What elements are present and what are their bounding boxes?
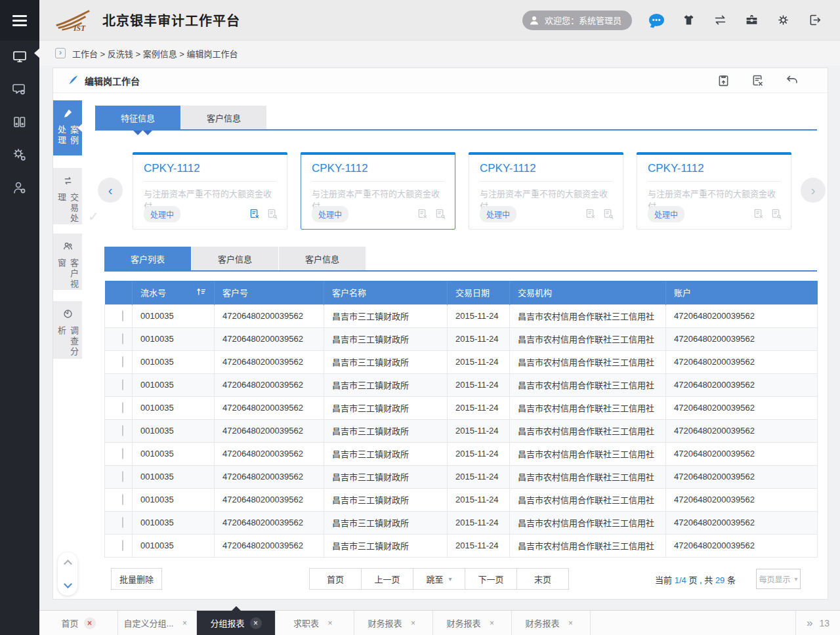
row-checkbox[interactable] (122, 471, 123, 482)
table-row[interactable]: 0010035 47206480200039562 昌吉市三工镇财政所 2015… (105, 373, 818, 396)
tab-customer-info-2[interactable]: 客户信息 (279, 247, 366, 270)
row-checkbox[interactable] (122, 517, 123, 528)
cell-trade-date: 2015-11-24 (448, 419, 510, 442)
row-checkbox[interactable] (122, 333, 123, 344)
sidebar-item-workbench[interactable] (0, 41, 39, 73)
check-icon: ✓ (88, 209, 99, 224)
breadcrumb-bar: › 工作台 > 反洗钱 > 案例信息 > 编辑岗工作台 (39, 41, 840, 66)
table-row[interactable]: 0010035 47206480200039562 昌吉市三工镇财政所 2015… (105, 350, 818, 373)
carousel-prev-button[interactable]: ‹ (98, 178, 123, 203)
close-icon[interactable]: × (408, 617, 419, 629)
active-nav-pointer (34, 48, 40, 58)
sidebar-item-archive[interactable] (0, 106, 39, 139)
cell-serial: 0010035 (133, 442, 215, 465)
doc-search-icon[interactable] (602, 208, 614, 221)
table-row[interactable]: 0010035 47206480200039562 昌吉市三工镇财政所 2015… (105, 511, 818, 534)
clipboard-icon[interactable] (716, 73, 730, 88)
case-card[interactable]: CPKY-1112 与注册资本严重不符的大额资金收付 处理中 (637, 152, 791, 230)
table-row[interactable]: 0010035 47206480200039562 昌吉市三工镇财政所 2015… (105, 465, 818, 488)
tab-customer-info-1[interactable]: 客户信息 (192, 247, 279, 270)
row-checkbox[interactable] (122, 448, 123, 459)
table-row[interactable]: 0010035 47206480200039562 昌吉市三工镇财政所 2015… (105, 442, 818, 465)
table-row[interactable]: 0010035 47206480200039562 昌吉市三工镇财政所 2015… (105, 304, 818, 327)
settings-icon[interactable] (776, 13, 790, 28)
side-tab-transaction-processing[interactable]: 交易处理 (53, 168, 82, 224)
jump-to-button[interactable]: 跳至 ▾ (413, 568, 465, 590)
close-icon[interactable]: × (324, 617, 336, 629)
side-tab-case-processing[interactable]: 案例处理 (53, 100, 82, 155)
bottom-tab-job-form[interactable]: 求职表 × (276, 611, 354, 635)
next-page-button[interactable]: 下一页 (465, 568, 517, 590)
side-tab-investigation-analysis[interactable]: 调查分析 (53, 301, 82, 359)
bottom-tab-finance-report-2[interactable]: 财务报表 × (433, 611, 512, 635)
message-icon[interactable]: ••• (649, 13, 664, 27)
case-card-selected[interactable]: CPKY-1112 与注册资本严重不符的大额资金收付 处理中 (301, 152, 455, 230)
logout-icon[interactable] (807, 13, 822, 28)
sidebar-item-settings[interactable] (0, 139, 39, 172)
doc-remove-icon[interactable] (249, 208, 260, 221)
row-checkbox[interactable] (122, 425, 123, 436)
close-icon[interactable]: × (250, 617, 262, 629)
doc-search-icon[interactable] (770, 208, 782, 221)
theme-icon[interactable] (681, 13, 696, 28)
cell-customer-name: 昌吉市三工镇财政所 (324, 465, 448, 488)
sidebar-item-messages[interactable] (0, 73, 39, 106)
tab-customer-info[interactable]: 客户信息 (181, 106, 267, 129)
tab-customer-list[interactable]: 客户列表 (104, 247, 192, 270)
row-checkbox[interactable] (122, 310, 123, 321)
doc-remove-icon[interactable] (750, 73, 765, 88)
doc-search-icon[interactable] (266, 208, 278, 221)
prev-page-button[interactable]: 上一页 (361, 568, 413, 590)
table-row[interactable]: 0010035 47206480200039562 昌吉市三工镇财政所 2015… (105, 534, 818, 557)
last-page-button[interactable]: 末页 (516, 568, 569, 590)
sidebar-item-users[interactable] (0, 172, 39, 205)
bottom-tab-home[interactable]: 首页 × (39, 611, 118, 635)
swap-icon[interactable] (713, 13, 727, 28)
table-row[interactable]: 0010035 47206480200039562 昌吉市三工镇财政所 2015… (105, 327, 818, 350)
undo-icon[interactable] (784, 73, 799, 88)
table-row[interactable]: 0010035 47206480200039562 昌吉市三工镇财政所 2015… (105, 488, 818, 511)
case-card[interactable]: CPKY-1112 与注册资本严重不符的大额资金收付 处理中 (133, 152, 287, 230)
row-checkbox[interactable] (122, 540, 123, 551)
cell-serial: 0010035 (133, 419, 215, 442)
cell-trade-org: 昌吉市农村信用合作联社三工信用社 (510, 419, 666, 442)
briefcase-icon[interactable] (744, 13, 759, 28)
table-row[interactable]: 0010035 47206480200039562 昌吉市三工镇财政所 2015… (105, 419, 818, 442)
close-icon[interactable]: × (486, 617, 498, 629)
doc-remove-icon[interactable] (585, 208, 596, 221)
more-tabs-icon[interactable]: » (807, 617, 811, 630)
row-checkbox[interactable] (122, 379, 123, 390)
feature-tabs: 特征信息 客户信息 (95, 106, 267, 129)
doc-remove-icon[interactable] (753, 208, 764, 221)
doc-search-icon[interactable] (434, 208, 446, 221)
table-row[interactable]: 0010035 47206480200039562 昌吉市三工镇财政所 2015… (105, 396, 818, 419)
bottom-tab-finance-report-1[interactable]: 财务报表 × (354, 611, 433, 635)
menu-toggle-icon[interactable] (0, 0, 39, 41)
tab-feature-info[interactable]: 特征信息 (95, 106, 181, 129)
case-card[interactable]: CPKY-1112 与注册资本严重不符的大额资金收付 处理中 (469, 152, 623, 230)
cell-account: 47206480200039562 (666, 465, 818, 488)
close-icon[interactable]: × (178, 617, 190, 629)
bottom-tab-custom-group[interactable]: 自定义分组... × (118, 611, 197, 635)
cell-trade-date: 2015-11-24 (448, 373, 510, 396)
close-icon[interactable]: × (565, 617, 577, 629)
cell-customer-name: 昌吉市三工镇财政所 (324, 534, 448, 557)
close-icon[interactable]: × (84, 617, 96, 629)
user-welcome-badge[interactable]: 欢迎您：系统管理员 (522, 10, 632, 30)
doc-remove-icon[interactable] (417, 208, 428, 221)
side-tab-customer-window[interactable]: 客户视窗 (53, 234, 82, 290)
per-page-select[interactable]: 每页显示 ▾ (756, 569, 801, 589)
chevron-up-icon[interactable] (64, 560, 72, 568)
bulk-delete-button[interactable]: 批量删除 (111, 568, 162, 590)
breadcrumb-expand-icon[interactable]: › (55, 48, 66, 58)
bottom-tab-group-report[interactable]: 分组报表 × (197, 611, 276, 635)
first-page-button[interactable]: 首页 (309, 568, 362, 590)
row-checkbox[interactable] (122, 494, 123, 505)
carousel-next-button[interactable]: › (801, 178, 826, 203)
cell-customer-no: 47206480200039562 (215, 465, 324, 488)
row-checkbox[interactable] (122, 356, 123, 367)
row-checkbox[interactable] (122, 402, 123, 413)
cell-customer-no: 47206480200039562 (215, 327, 324, 350)
sort-icon[interactable] (196, 287, 206, 298)
bottom-tab-finance-report-3[interactable]: 财务报表 × (512, 611, 591, 635)
